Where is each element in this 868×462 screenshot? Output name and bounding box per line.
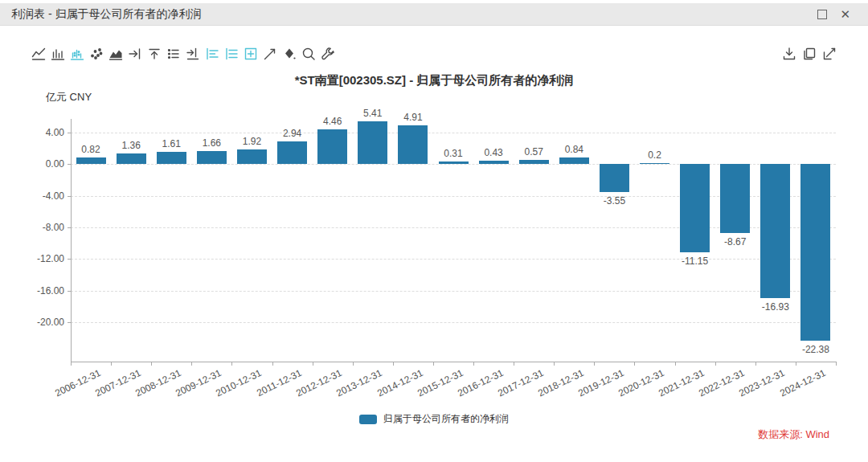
x-axis-tick: [111, 362, 112, 366]
bar[interactable]: [277, 141, 307, 165]
gridline: [71, 291, 836, 292]
x-axis-tick: [514, 362, 514, 366]
x-axis-tick-label: 2006-12-31: [53, 367, 102, 399]
bar[interactable]: [680, 164, 710, 252]
chart-title: *ST南置[002305.SZ] - 归属于母公司所有者的净利润: [0, 73, 868, 88]
bar-value-label: -3.55: [588, 195, 640, 206]
chart-legend: 归属于母公司所有者的净利润: [0, 412, 868, 426]
x-axis-tick: [796, 362, 796, 366]
bar[interactable]: [117, 153, 146, 164]
bar[interactable]: [479, 161, 509, 164]
x-axis-tick-label: 2009-12-31: [174, 367, 223, 399]
x-axis-tick-label: 2010-12-31: [214, 367, 263, 399]
x-axis-tick-label: 2014-12-31: [375, 367, 424, 399]
bar[interactable]: [76, 157, 106, 164]
x-axis-tick: [272, 362, 273, 366]
x-axis-tick-label: 2017-12-31: [496, 367, 545, 399]
y-axis-tick-label: -12.00: [16, 253, 64, 264]
gridline: [71, 133, 836, 133]
y-axis-tick-label: 4.00: [16, 127, 64, 138]
bar[interactable]: [237, 149, 267, 165]
x-axis-tick: [393, 362, 394, 366]
x-axis-line: [71, 362, 837, 362]
x-axis-tick-label: 2008-12-31: [133, 367, 182, 399]
bar[interactable]: [439, 161, 469, 164]
bar-value-label: -8.67: [710, 236, 761, 247]
legend-marker: [359, 415, 377, 424]
x-axis-tick-label: 2016-12-31: [456, 367, 505, 399]
bar[interactable]: [720, 164, 750, 232]
data-source-label: 数据来源: Wind: [758, 427, 829, 442]
x-axis-tick: [715, 362, 716, 366]
x-axis-tick: [755, 362, 756, 366]
bar[interactable]: [519, 160, 549, 165]
x-axis-tick: [675, 362, 676, 366]
bar[interactable]: [317, 129, 347, 165]
bar-value-label: 2.94: [267, 128, 318, 139]
bar[interactable]: [358, 121, 387, 164]
x-axis-tick-label: 2018-12-31: [536, 367, 585, 399]
bar[interactable]: [800, 164, 830, 341]
bar-value-label: -16.93: [750, 301, 801, 313]
bar[interactable]: [559, 157, 589, 164]
y-axis-tick-label: 0.00: [16, 158, 64, 170]
bar[interactable]: [197, 151, 227, 164]
bar[interactable]: [640, 163, 669, 165]
x-axis-tick: [554, 362, 555, 366]
x-axis-tick: [594, 362, 595, 366]
x-axis-tick: [353, 362, 354, 366]
x-axis-tick: [473, 362, 474, 366]
bar-value-label: 0.2: [629, 149, 681, 161]
x-axis-tick-label: 2023-12-31: [738, 367, 787, 399]
legend-item[interactable]: 归属于母公司所有者的净利润: [359, 412, 509, 426]
chart-area: *ST南置[002305.SZ] - 归属于母公司所有者的净利润 亿元 CNY …: [0, 0, 868, 462]
bar[interactable]: [600, 164, 629, 192]
gridline: [71, 259, 836, 260]
gridline: [71, 322, 836, 323]
bar-value-label: -11.15: [669, 256, 721, 267]
bar[interactable]: [760, 164, 790, 297]
legend-label: 归属于母公司所有者的净利润: [383, 412, 509, 426]
x-axis-tick: [634, 362, 635, 366]
y-axis-tick-label: -4.00: [16, 190, 64, 202]
x-axis-tick-label: 2007-12-31: [93, 367, 142, 399]
x-axis-tick: [231, 362, 232, 366]
x-axis-tick: [313, 362, 313, 366]
x-axis-tick: [433, 362, 434, 366]
x-axis-tick: [71, 362, 72, 366]
y-axis-tick-label: -16.00: [16, 285, 64, 296]
bar-value-label: 0.84: [548, 144, 600, 155]
x-axis-tick-label: 2019-12-31: [576, 367, 625, 399]
x-axis-tick-label: 2013-12-31: [335, 367, 384, 399]
bar[interactable]: [157, 152, 186, 165]
bar-value-label: -22.38: [790, 344, 841, 355]
x-axis-tick: [191, 362, 192, 366]
x-axis-tick-label: 2015-12-31: [416, 367, 465, 399]
x-axis-tick: [151, 362, 152, 366]
y-axis-unit-label: 亿元 CNY: [46, 90, 92, 104]
x-axis-tick-label: 2024-12-31: [778, 367, 827, 399]
bar[interactable]: [398, 125, 428, 164]
x-axis-tick: [836, 362, 837, 366]
y-axis-tick-label: -20.00: [16, 317, 64, 328]
y-axis-tick-label: -8.00: [16, 222, 64, 233]
bar-value-label: 4.91: [387, 112, 439, 123]
